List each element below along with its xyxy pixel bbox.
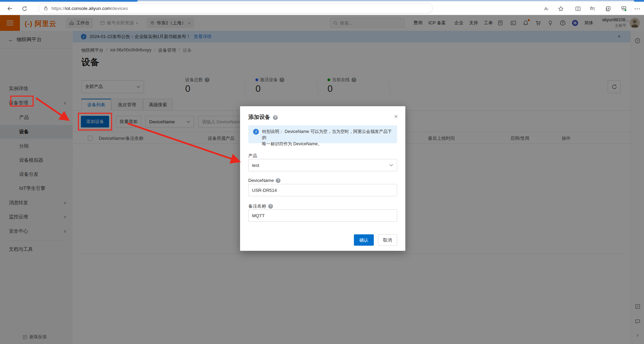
read-aloud-icon[interactable]: A) (542, 4, 551, 13)
nickname-field (248, 209, 397, 222)
url-path: /devices (111, 6, 128, 11)
browser-chrome: https://iot.console.aliyun.com/devices A… (0, 0, 644, 15)
nickname-label: 备注名称? (248, 203, 273, 209)
help-tooltip-icon[interactable]: ? (273, 115, 278, 120)
modal-product-select[interactable]: test (248, 159, 397, 171)
favorite-star-icon[interactable] (556, 4, 565, 13)
favorites-bar-icon[interactable] (588, 4, 597, 13)
screen: (-) 阿里云 工作台 账号全部资源 ∨ 华东2（上海） ∨ 费用 ICP 备案… (0, 0, 644, 344)
split-screen-icon[interactable] (573, 4, 582, 13)
browser-refresh-icon[interactable] (20, 4, 29, 13)
help-tooltip-icon[interactable]: ? (276, 178, 281, 183)
notice-line-1: 特别说明： DeviceName 可以为空，当为空时，阿里云会颁发产品下的 (262, 128, 393, 141)
address-bar[interactable]: https://iot.console.aliyun.com/devices (38, 3, 433, 13)
nickname-input[interactable] (252, 213, 393, 218)
browser-essentials-icon[interactable] (619, 4, 628, 13)
add-device-modal: 添加设备 ? × i 特别说明： DeviceName 可以为空，当为空时，阿里… (240, 106, 405, 251)
modal-title: 添加设备 ? (248, 114, 278, 121)
confirm-button[interactable]: 确认 (354, 234, 374, 246)
help-tooltip-icon[interactable]: ? (268, 204, 273, 209)
notice-line-2: 唯一标识符作为 DeviceName。 (262, 141, 393, 147)
url-scheme: https:// (51, 6, 65, 11)
chevron-down-icon (389, 164, 393, 167)
browser-back-icon[interactable] (5, 4, 14, 13)
lock-icon (44, 6, 48, 11)
collections-icon[interactable] (604, 4, 612, 13)
devicename-field (248, 184, 397, 196)
modal-notice: i 特别说明： DeviceName 可以为空，当为空时，阿里云会颁发产品下的 … (248, 125, 397, 143)
url-host: iot.console.aliyun.com (65, 6, 111, 11)
devicename-label: DeviceName? (248, 178, 281, 183)
browser-menu-icon[interactable]: ··· (633, 4, 642, 13)
devicename-input[interactable] (252, 188, 393, 193)
product-label: 产品 (248, 153, 257, 159)
modal-close-icon[interactable]: × (394, 113, 398, 120)
browser-toolbar: https://iot.console.aliyun.com/devices A… (0, 2, 644, 15)
info-icon: i (253, 129, 259, 135)
cancel-button[interactable]: 取消 (378, 234, 397, 246)
